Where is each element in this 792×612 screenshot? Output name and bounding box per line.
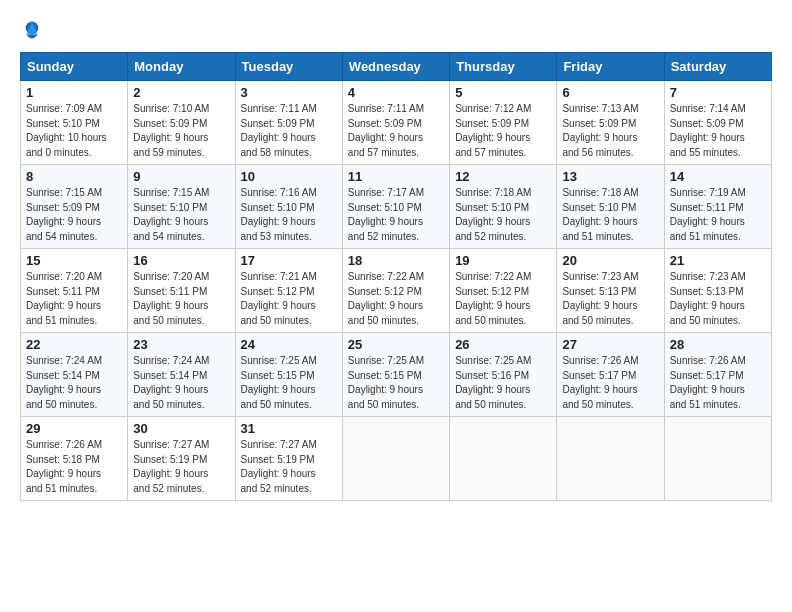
- header-thursday: Thursday: [450, 53, 557, 81]
- calendar-cell: 7 Sunrise: 7:14 AM Sunset: 5:09 PM Dayli…: [664, 81, 771, 165]
- day-info: Sunrise: 7:24 AM Sunset: 5:14 PM Dayligh…: [133, 354, 229, 412]
- calendar-cell: 15 Sunrise: 7:20 AM Sunset: 5:11 PM Dayl…: [21, 249, 128, 333]
- day-number: 22: [26, 337, 122, 352]
- day-info: Sunrise: 7:18 AM Sunset: 5:10 PM Dayligh…: [455, 186, 551, 244]
- calendar-cell: 26 Sunrise: 7:25 AM Sunset: 5:16 PM Dayl…: [450, 333, 557, 417]
- calendar-cell: 30 Sunrise: 7:27 AM Sunset: 5:19 PM Dayl…: [128, 417, 235, 501]
- day-number: 11: [348, 169, 444, 184]
- day-number: 2: [133, 85, 229, 100]
- day-number: 23: [133, 337, 229, 352]
- day-number: 15: [26, 253, 122, 268]
- day-info: Sunrise: 7:18 AM Sunset: 5:10 PM Dayligh…: [562, 186, 658, 244]
- calendar-cell: [664, 417, 771, 501]
- day-number: 10: [241, 169, 337, 184]
- day-info: Sunrise: 7:27 AM Sunset: 5:19 PM Dayligh…: [133, 438, 229, 496]
- day-number: 20: [562, 253, 658, 268]
- day-info: Sunrise: 7:26 AM Sunset: 5:18 PM Dayligh…: [26, 438, 122, 496]
- day-number: 3: [241, 85, 337, 100]
- calendar-cell: 21 Sunrise: 7:23 AM Sunset: 5:13 PM Dayl…: [664, 249, 771, 333]
- day-info: Sunrise: 7:19 AM Sunset: 5:11 PM Dayligh…: [670, 186, 766, 244]
- day-info: Sunrise: 7:10 AM Sunset: 5:09 PM Dayligh…: [133, 102, 229, 160]
- day-info: Sunrise: 7:25 AM Sunset: 5:16 PM Dayligh…: [455, 354, 551, 412]
- day-info: Sunrise: 7:17 AM Sunset: 5:10 PM Dayligh…: [348, 186, 444, 244]
- calendar-cell: 10 Sunrise: 7:16 AM Sunset: 5:10 PM Dayl…: [235, 165, 342, 249]
- day-info: Sunrise: 7:16 AM Sunset: 5:10 PM Dayligh…: [241, 186, 337, 244]
- day-info: Sunrise: 7:09 AM Sunset: 5:10 PM Dayligh…: [26, 102, 122, 160]
- day-number: 19: [455, 253, 551, 268]
- day-info: Sunrise: 7:26 AM Sunset: 5:17 PM Dayligh…: [670, 354, 766, 412]
- logo: [20, 20, 48, 44]
- header-saturday: Saturday: [664, 53, 771, 81]
- day-info: Sunrise: 7:20 AM Sunset: 5:11 PM Dayligh…: [133, 270, 229, 328]
- header-monday: Monday: [128, 53, 235, 81]
- calendar-week-1: 1 Sunrise: 7:09 AM Sunset: 5:10 PM Dayli…: [21, 81, 772, 165]
- calendar-cell: 16 Sunrise: 7:20 AM Sunset: 5:11 PM Dayl…: [128, 249, 235, 333]
- header-tuesday: Tuesday: [235, 53, 342, 81]
- day-info: Sunrise: 7:14 AM Sunset: 5:09 PM Dayligh…: [670, 102, 766, 160]
- day-info: Sunrise: 7:24 AM Sunset: 5:14 PM Dayligh…: [26, 354, 122, 412]
- calendar-cell: 2 Sunrise: 7:10 AM Sunset: 5:09 PM Dayli…: [128, 81, 235, 165]
- day-number: 8: [26, 169, 122, 184]
- day-info: Sunrise: 7:27 AM Sunset: 5:19 PM Dayligh…: [241, 438, 337, 496]
- day-number: 24: [241, 337, 337, 352]
- day-number: 16: [133, 253, 229, 268]
- day-info: Sunrise: 7:12 AM Sunset: 5:09 PM Dayligh…: [455, 102, 551, 160]
- day-info: Sunrise: 7:26 AM Sunset: 5:17 PM Dayligh…: [562, 354, 658, 412]
- day-number: 17: [241, 253, 337, 268]
- calendar-cell: 20 Sunrise: 7:23 AM Sunset: 5:13 PM Dayl…: [557, 249, 664, 333]
- day-number: 6: [562, 85, 658, 100]
- calendar-cell: 27 Sunrise: 7:26 AM Sunset: 5:17 PM Dayl…: [557, 333, 664, 417]
- day-number: 9: [133, 169, 229, 184]
- day-info: Sunrise: 7:11 AM Sunset: 5:09 PM Dayligh…: [348, 102, 444, 160]
- calendar-cell: 4 Sunrise: 7:11 AM Sunset: 5:09 PM Dayli…: [342, 81, 449, 165]
- day-info: Sunrise: 7:11 AM Sunset: 5:09 PM Dayligh…: [241, 102, 337, 160]
- day-number: 31: [241, 421, 337, 436]
- header-sunday: Sunday: [21, 53, 128, 81]
- calendar-week-2: 8 Sunrise: 7:15 AM Sunset: 5:09 PM Dayli…: [21, 165, 772, 249]
- day-info: Sunrise: 7:23 AM Sunset: 5:13 PM Dayligh…: [562, 270, 658, 328]
- page-header: [20, 20, 772, 44]
- day-number: 4: [348, 85, 444, 100]
- logo-icon: [20, 20, 44, 44]
- calendar-cell: 22 Sunrise: 7:24 AM Sunset: 5:14 PM Dayl…: [21, 333, 128, 417]
- calendar-cell: 25 Sunrise: 7:25 AM Sunset: 5:15 PM Dayl…: [342, 333, 449, 417]
- calendar-cell: 29 Sunrise: 7:26 AM Sunset: 5:18 PM Dayl…: [21, 417, 128, 501]
- calendar-cell: 11 Sunrise: 7:17 AM Sunset: 5:10 PM Dayl…: [342, 165, 449, 249]
- calendar-cell: 14 Sunrise: 7:19 AM Sunset: 5:11 PM Dayl…: [664, 165, 771, 249]
- calendar-cell: 3 Sunrise: 7:11 AM Sunset: 5:09 PM Dayli…: [235, 81, 342, 165]
- calendar-cell: [342, 417, 449, 501]
- calendar-cell: 17 Sunrise: 7:21 AM Sunset: 5:12 PM Dayl…: [235, 249, 342, 333]
- day-info: Sunrise: 7:15 AM Sunset: 5:09 PM Dayligh…: [26, 186, 122, 244]
- day-number: 12: [455, 169, 551, 184]
- calendar-cell: 12 Sunrise: 7:18 AM Sunset: 5:10 PM Dayl…: [450, 165, 557, 249]
- day-number: 21: [670, 253, 766, 268]
- calendar-cell: 9 Sunrise: 7:15 AM Sunset: 5:10 PM Dayli…: [128, 165, 235, 249]
- day-info: Sunrise: 7:13 AM Sunset: 5:09 PM Dayligh…: [562, 102, 658, 160]
- day-info: Sunrise: 7:20 AM Sunset: 5:11 PM Dayligh…: [26, 270, 122, 328]
- calendar-cell: 6 Sunrise: 7:13 AM Sunset: 5:09 PM Dayli…: [557, 81, 664, 165]
- calendar-cell: 8 Sunrise: 7:15 AM Sunset: 5:09 PM Dayli…: [21, 165, 128, 249]
- day-number: 13: [562, 169, 658, 184]
- calendar-cell: 31 Sunrise: 7:27 AM Sunset: 5:19 PM Dayl…: [235, 417, 342, 501]
- calendar-cell: 23 Sunrise: 7:24 AM Sunset: 5:14 PM Dayl…: [128, 333, 235, 417]
- calendar-week-5: 29 Sunrise: 7:26 AM Sunset: 5:18 PM Dayl…: [21, 417, 772, 501]
- day-number: 28: [670, 337, 766, 352]
- day-info: Sunrise: 7:22 AM Sunset: 5:12 PM Dayligh…: [348, 270, 444, 328]
- calendar-cell: 5 Sunrise: 7:12 AM Sunset: 5:09 PM Dayli…: [450, 81, 557, 165]
- day-info: Sunrise: 7:25 AM Sunset: 5:15 PM Dayligh…: [241, 354, 337, 412]
- calendar-cell: 13 Sunrise: 7:18 AM Sunset: 5:10 PM Dayl…: [557, 165, 664, 249]
- day-number: 1: [26, 85, 122, 100]
- calendar-cell: 28 Sunrise: 7:26 AM Sunset: 5:17 PM Dayl…: [664, 333, 771, 417]
- header-wednesday: Wednesday: [342, 53, 449, 81]
- calendar-cell: 24 Sunrise: 7:25 AM Sunset: 5:15 PM Dayl…: [235, 333, 342, 417]
- day-number: 26: [455, 337, 551, 352]
- day-number: 29: [26, 421, 122, 436]
- day-info: Sunrise: 7:21 AM Sunset: 5:12 PM Dayligh…: [241, 270, 337, 328]
- calendar-week-3: 15 Sunrise: 7:20 AM Sunset: 5:11 PM Dayl…: [21, 249, 772, 333]
- calendar-cell: 1 Sunrise: 7:09 AM Sunset: 5:10 PM Dayli…: [21, 81, 128, 165]
- day-info: Sunrise: 7:15 AM Sunset: 5:10 PM Dayligh…: [133, 186, 229, 244]
- calendar-cell: 18 Sunrise: 7:22 AM Sunset: 5:12 PM Dayl…: [342, 249, 449, 333]
- day-info: Sunrise: 7:22 AM Sunset: 5:12 PM Dayligh…: [455, 270, 551, 328]
- day-number: 25: [348, 337, 444, 352]
- day-number: 7: [670, 85, 766, 100]
